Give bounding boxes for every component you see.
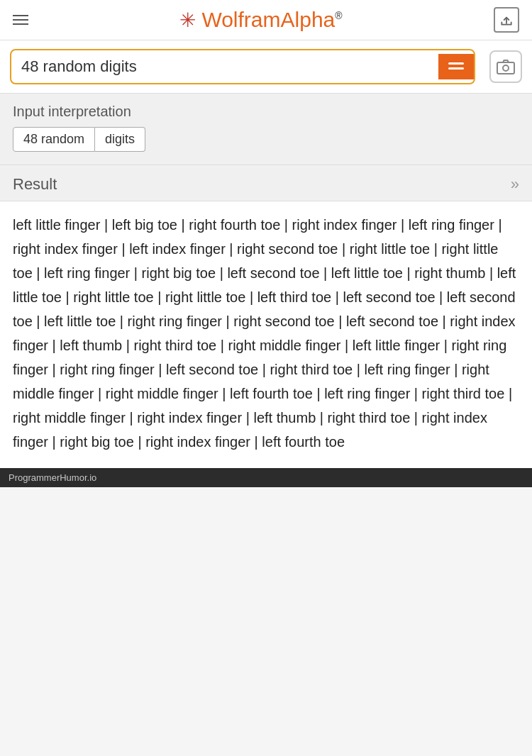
result-header: Result » (0, 165, 532, 201)
wolfram-snowflake-icon: ✳ (179, 9, 196, 32)
svg-rect-3 (497, 62, 514, 74)
svg-rect-2 (448, 67, 464, 70)
svg-rect-1 (448, 62, 464, 65)
footer: ProgrammerHumor.io (0, 468, 532, 487)
search-submit-button[interactable] (438, 54, 474, 79)
interpretation-pill-1: 48 random (13, 127, 95, 152)
interpretation-pill-2: digits (95, 127, 145, 152)
logo-text: WolframAlpha® (201, 8, 342, 32)
share-button[interactable] (494, 7, 519, 33)
share-icon (499, 13, 514, 27)
menu-button[interactable] (13, 15, 28, 25)
search-input[interactable]: 48 random digits (11, 50, 438, 83)
interpretation-section: Input interpretation 48 random digits (0, 94, 532, 165)
result-text: left little finger | left big toe | righ… (13, 217, 516, 450)
wolfram-alpha-logo: ✳ WolframAlpha® (179, 8, 342, 32)
interpretation-title: Input interpretation (0, 94, 532, 127)
result-expand-button[interactable]: » (511, 175, 519, 194)
result-content: left little finger | left big toe | righ… (0, 201, 532, 468)
search-section: 48 random digits (0, 40, 532, 94)
svg-point-4 (503, 65, 509, 71)
app-header: ✳ WolframAlpha® (0, 0, 532, 40)
footer-label: ProgrammerHumor.io (9, 472, 96, 483)
camera-button[interactable] (489, 50, 522, 83)
search-bar[interactable]: 48 random digits (10, 49, 475, 84)
interpretation-pills: 48 random digits (0, 127, 532, 165)
result-section: Result » (0, 165, 532, 201)
camera-icon (497, 59, 515, 74)
equals-icon (448, 61, 464, 72)
result-title: Result (13, 175, 57, 194)
